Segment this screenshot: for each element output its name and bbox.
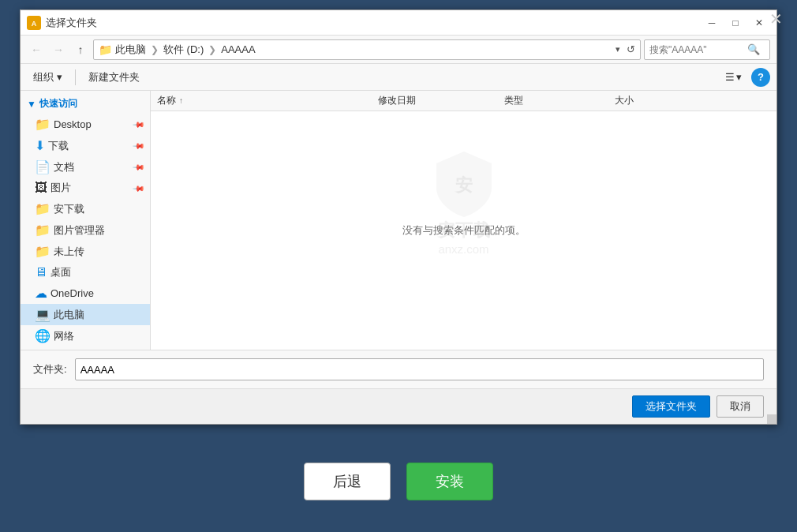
view-button[interactable]: ☰ ▾ bbox=[725, 71, 742, 83]
anxiazai-folder-icon: 📁 bbox=[35, 201, 51, 216]
sidebar-item-thispc-label: 此电脑 bbox=[54, 308, 84, 322]
sidebar-item-zhuomian[interactable]: 🖥 桌面 bbox=[21, 262, 150, 283]
sidebar-item-thispc[interactable]: 💻 此电脑 bbox=[21, 304, 150, 325]
sidebar-item-download-label: 下载 bbox=[48, 139, 69, 153]
close-button[interactable]: ✕ bbox=[748, 15, 770, 31]
folder-label: 文件夹: bbox=[33, 362, 67, 377]
file-area: 名称 ↑ 修改日期 类型 大小 没有与搜索条件匹配的项。 bbox=[151, 91, 776, 350]
pictures-icon: 🖼 bbox=[35, 181, 47, 195]
file-list-body: 没有与搜索条件匹配的项。 bbox=[151, 111, 776, 350]
title-bar-buttons: ─ □ ✕ bbox=[701, 15, 770, 31]
sidebar-item-onedrive[interactable]: ☁ OneDrive bbox=[21, 283, 150, 304]
dialog-title: 选择文件夹 bbox=[46, 16, 701, 30]
onedrive-icon: ☁ bbox=[35, 286, 47, 301]
organize-label: 组织 bbox=[33, 70, 54, 84]
maximize-button[interactable]: □ bbox=[724, 15, 746, 31]
download-pin-icon: 📌 bbox=[133, 139, 145, 152]
sidebar-item-desktop[interactable]: 📁 Desktop 📌 bbox=[21, 114, 150, 135]
sidebar-item-zhuomian-label: 桌面 bbox=[51, 265, 71, 279]
breadcrumb-drive: 软件 (D:) bbox=[163, 43, 204, 57]
view-arrow: ▾ bbox=[736, 71, 742, 83]
sidebar-item-not-uploaded-label: 未上传 bbox=[54, 245, 84, 259]
action-bar: 选择文件夹 取消 bbox=[21, 388, 776, 424]
sidebar-item-documents[interactable]: 📄 文档 📌 bbox=[21, 156, 150, 178]
address-folder-icon: 📁 bbox=[99, 43, 112, 56]
view-icon: ☰ bbox=[725, 71, 735, 83]
help-label: ? bbox=[758, 71, 764, 83]
bottom-bar: 文件夹: bbox=[21, 350, 776, 388]
search-icon: 🔍 bbox=[747, 43, 760, 55]
installer-bar: 后退 安装 bbox=[304, 463, 493, 500]
minimize-button[interactable]: ─ bbox=[701, 15, 723, 31]
up-button[interactable]: ↑ bbox=[71, 40, 90, 59]
breadcrumb-sep-1: ❯ bbox=[151, 44, 159, 55]
network-icon: 🌐 bbox=[35, 328, 51, 343]
install-button[interactable]: 安装 bbox=[406, 463, 493, 500]
sidebar-item-documents-label: 文档 bbox=[54, 160, 74, 174]
pictures-pin-icon: 📌 bbox=[133, 182, 145, 194]
col-date-label: 修改日期 bbox=[378, 95, 416, 106]
main-content: ▼ 快速访问 📁 Desktop 📌 ⬇ 下载 📌 📄 文档 📌 🖼 图片 bbox=[21, 91, 776, 350]
sidebar-item-picture-manager[interactable]: 📁 图片管理器 bbox=[21, 219, 150, 241]
not-uploaded-icon: 📁 bbox=[35, 244, 51, 259]
col-size-header[interactable]: 大小 bbox=[615, 94, 694, 107]
select-folder-button[interactable]: 选择文件夹 bbox=[632, 395, 710, 418]
desktop-folder-icon: 📁 bbox=[35, 117, 51, 132]
sidebar-item-anxiazai-label: 安下载 bbox=[54, 202, 84, 216]
sidebar-item-desktop-label: Desktop bbox=[54, 118, 92, 130]
documents-icon: 📄 bbox=[35, 159, 51, 174]
sidebar-item-anxiazai[interactable]: 📁 安下载 bbox=[21, 198, 150, 219]
breadcrumb-thispc[interactable]: 此电脑 bbox=[115, 43, 146, 57]
toolbar-separator bbox=[75, 69, 76, 85]
dialog-icon: A bbox=[27, 16, 41, 30]
forward-button[interactable]: → bbox=[49, 40, 68, 59]
sidebar-item-network[interactable]: 🌐 网络 bbox=[21, 325, 150, 347]
sidebar-item-download[interactable]: ⬇ 下载 📌 bbox=[21, 135, 150, 156]
back-button[interactable]: ← bbox=[27, 40, 46, 59]
breadcrumb-sep-2: ❯ bbox=[208, 44, 216, 55]
address-bar[interactable]: 📁 此电脑 ❯ 软件 (D:) ❯ AAAAA ▾ ↺ bbox=[93, 39, 641, 60]
address-dropdown-icon[interactable]: ▾ bbox=[616, 44, 620, 54]
organize-button[interactable]: 组织 ▾ bbox=[27, 68, 69, 87]
col-name-header[interactable]: 名称 ↑ bbox=[157, 94, 378, 107]
download-icon: ⬇ bbox=[35, 138, 45, 153]
col-name-label: 名称 bbox=[157, 94, 176, 107]
folder-input[interactable] bbox=[75, 358, 764, 380]
back-button[interactable]: 后退 bbox=[304, 463, 391, 500]
quick-access-label: 快速访问 bbox=[39, 97, 77, 111]
empty-message: 没有与搜索条件匹配的项。 bbox=[402, 223, 526, 238]
toolbar: 组织 ▾ 新建文件夹 ☰ ▾ ? bbox=[21, 64, 776, 91]
desktop-pin-icon: 📌 bbox=[133, 118, 145, 130]
col-type-label: 类型 bbox=[504, 95, 523, 106]
search-input[interactable] bbox=[649, 44, 744, 55]
address-refresh-icon[interactable]: ↺ bbox=[627, 43, 635, 55]
outer-close-button[interactable]: ✕ bbox=[769, 9, 783, 28]
sidebar-item-pictures-label: 图片 bbox=[51, 181, 71, 195]
breadcrumb-folder: AAAAA bbox=[221, 43, 255, 55]
new-folder-button[interactable]: 新建文件夹 bbox=[82, 68, 146, 87]
sidebar: ▼ 快速访问 📁 Desktop 📌 ⬇ 下载 📌 📄 文档 📌 🖼 图片 bbox=[21, 91, 151, 350]
col-date-header[interactable]: 修改日期 bbox=[378, 94, 504, 107]
sidebar-item-network-label: 网络 bbox=[54, 329, 74, 343]
zhuomian-icon: 🖥 bbox=[35, 265, 47, 279]
sidebar-item-picture-manager-label: 图片管理器 bbox=[54, 223, 105, 238]
file-picker-dialog: A 选择文件夹 ─ □ ✕ ← → ↑ 📁 此电脑 ❯ 软件 (D:) ❯ AA… bbox=[20, 9, 777, 425]
nav-bar: ← → ↑ 📁 此电脑 ❯ 软件 (D:) ❯ AAAAA ▾ ↺ 🔍 bbox=[21, 36, 776, 64]
sidebar-item-not-uploaded[interactable]: 📁 未上传 bbox=[21, 241, 150, 262]
svg-text:A: A bbox=[32, 20, 37, 28]
picture-manager-icon: 📁 bbox=[35, 223, 51, 238]
sort-arrow: ↑ bbox=[179, 96, 183, 105]
sidebar-item-onedrive-label: OneDrive bbox=[51, 287, 94, 299]
col-type-header[interactable]: 类型 bbox=[504, 94, 615, 107]
column-header: 名称 ↑ 修改日期 类型 大小 bbox=[151, 91, 776, 111]
documents-pin-icon: 📌 bbox=[133, 160, 145, 173]
quick-access-chevron: ▼ bbox=[27, 99, 36, 110]
search-bar[interactable]: 🔍 bbox=[644, 39, 770, 60]
title-bar: A 选择文件夹 ─ □ ✕ bbox=[21, 10, 776, 36]
cancel-button[interactable]: 取消 bbox=[717, 395, 764, 418]
col-size-label: 大小 bbox=[615, 95, 634, 106]
quick-access-header[interactable]: ▼ 快速访问 bbox=[21, 94, 150, 114]
resize-handle[interactable] bbox=[767, 414, 776, 424]
sidebar-item-pictures[interactable]: 🖼 图片 📌 bbox=[21, 178, 150, 198]
help-button[interactable]: ? bbox=[751, 68, 770, 87]
